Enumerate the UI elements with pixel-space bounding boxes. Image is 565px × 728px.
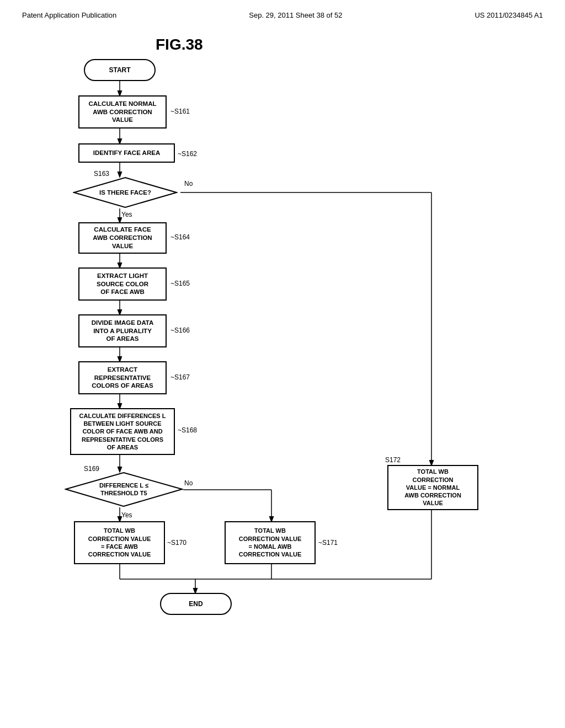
s168-label: ~S168 [178,426,197,434]
s170-label: ~S170 [167,539,186,547]
s170-node: TOTAL WB CORRECTION VALUE = FACE AWB COR… [74,521,165,564]
s172-label: S172 [385,456,401,464]
start-node: START [84,59,156,81]
svg-text:No: No [184,479,193,487]
svg-text:No: No [184,180,193,188]
s163-diamond: IS THERE FACE? [73,176,178,208]
s168-node: CALCULATE DIFFERENCES L BETWEEN LIGHT SO… [70,408,175,455]
s164-label: ~S164 [170,233,190,241]
svg-text:Yes: Yes [121,211,132,218]
s165-label: ~S165 [170,280,190,287]
s169-diamond: DIFFERENCE L ≤ THRESHOLD T5 [65,472,183,507]
s167-node: EXTRACT REPRESENTATIVE COLORS OF AREAS [78,361,167,394]
s167-label: ~S167 [170,373,190,381]
header-right: US 2011/0234845 A1 [475,11,543,19]
s162-label: ~S162 [178,150,197,158]
page-header: Patent Application Publication Sep. 29, … [22,11,543,19]
header-center: Sep. 29, 2011 Sheet 38 of 52 [249,11,342,19]
header-left: Patent Application Publication [22,11,116,19]
svg-text:Yes: Yes [121,511,132,519]
s171-label: ~S171 [318,539,338,547]
page: Patent Application Publication Sep. 29, … [0,0,565,728]
s161-label: ~S161 [170,108,190,115]
s171-node: TOTAL WB CORRECTION VALUE = NOMAL AWB CO… [225,521,316,564]
s172-node: TOTAL WB CORRECTION VALUE = NORMAL AWB C… [387,465,478,510]
s169-label: S169 [84,465,99,473]
s166-label: ~S166 [170,326,190,334]
fig-title: FIG.38 [156,36,203,53]
s161-node: CALCULATE NORMAL AWB CORRECTION VALUE [78,95,167,129]
s163-label: S163 [94,170,109,178]
diagram-area: FIG.38 [34,36,531,698]
s162-node: IDENTIFY FACE AREA [78,143,175,163]
s165-node: EXTRACT LIGHT SOURCE COLOR OF FACE AWB [78,267,167,301]
s166-node: DIVIDE IMAGE DATA INTO A PLURALITY OF AR… [78,314,167,347]
s164-node: CALCULATE FACE AWB CORRECTION VALUE [78,222,167,254]
end-node: END [160,593,232,615]
